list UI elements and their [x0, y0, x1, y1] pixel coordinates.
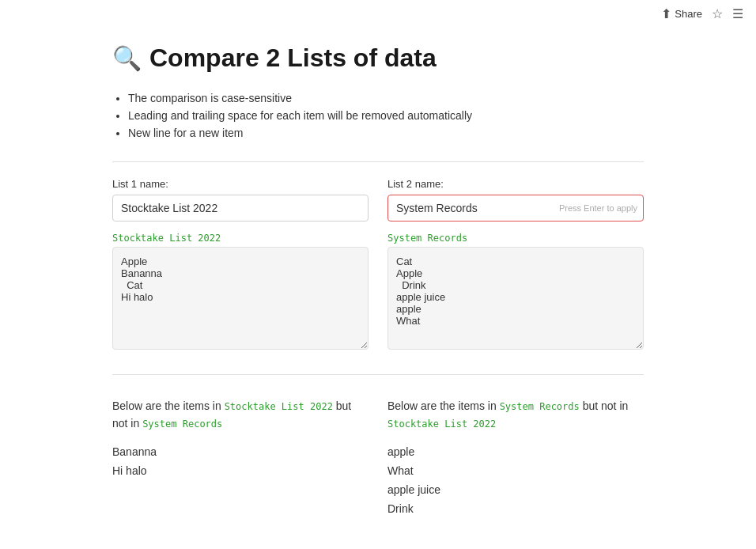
list1-label: List 1 name: [112, 178, 369, 190]
divider-top [112, 161, 644, 162]
share-icon: ⬆ [661, 6, 671, 21]
share-button[interactable]: ⬆ Share [661, 6, 702, 21]
list-textareas-row: Stocktake List 2022 Apple Bananna Cat Hi… [112, 228, 644, 352]
press-enter-hint: Press Enter to apply [559, 203, 637, 213]
page-title: 🔍 Compare 2 Lists of data [112, 44, 644, 73]
list1-col: List 1 name: [112, 178, 369, 221]
result-item: apple juice [387, 480, 644, 499]
top-bar: ⬆ Share ☆ ☰ [0, 0, 756, 28]
results-col2-heading: Below are the items in System Records bu… [387, 397, 644, 433]
share-label: Share [675, 8, 702, 20]
menu-button[interactable]: ☰ [732, 6, 743, 21]
list2-input-wrapper: Press Enter to apply [387, 195, 644, 221]
results-section: Below are the items in Stocktake List 20… [112, 397, 644, 518]
results-col1-heading: Below are the items in Stocktake List 20… [112, 397, 369, 433]
results-col1-not-in: not in [112, 417, 142, 430]
results-col2-tag1: System Records [500, 401, 580, 412]
instruction-item: Leading and trailing space for each item… [128, 109, 644, 122]
search-icon: 🔍 [112, 44, 142, 72]
results-col2-tag2: Stocktake List 2022 [387, 418, 496, 430]
results-col1-but: but [336, 399, 351, 412]
results-col2: Below are the items in System Records bu… [387, 397, 644, 518]
page-container: 🔍 Compare 2 Lists of data The comparison… [93, 28, 663, 549]
menu-icon: ☰ [732, 6, 743, 21]
result-item: Hi halo [112, 461, 369, 480]
list1-name-input[interactable] [112, 195, 369, 221]
result-item: Bananna [112, 442, 369, 461]
result-item: Drink [387, 499, 644, 518]
instruction-item: New line for a new item [128, 127, 644, 139]
list-names-row: List 1 name: List 2 name: Press Enter to… [112, 178, 644, 221]
list1-textarea-col: Stocktake List 2022 Apple Bananna Cat Hi… [112, 228, 369, 352]
results-row: Below are the items in Stocktake List 20… [112, 397, 644, 518]
list2-label: List 2 name: [387, 178, 644, 190]
list1-tag: Stocktake List 2022 [112, 233, 221, 244]
results-col2-prefix: Below are the items in [387, 399, 500, 412]
list1-textarea[interactable]: Apple Bananna Cat Hi halo [112, 247, 369, 350]
results-col1-prefix: Below are the items in [112, 399, 225, 412]
results-col1-tag1: Stocktake List 2022 [225, 401, 333, 412]
result-item: What [387, 461, 644, 480]
list2-tag: System Records [387, 233, 467, 244]
list2-textarea-col: System Records Cat Apple Drink apple jui… [387, 228, 644, 352]
results-col1: Below are the items in Stocktake List 20… [112, 397, 369, 518]
divider-middle [112, 374, 644, 375]
instruction-item: The comparison is case-sensitive [128, 92, 644, 104]
instructions-list: The comparison is case-sensitive Leading… [112, 92, 644, 139]
star-icon: ☆ [712, 6, 723, 21]
result-item: apple [387, 442, 644, 461]
list2-col: List 2 name: Press Enter to apply [387, 178, 644, 221]
star-button[interactable]: ☆ [712, 6, 723, 21]
page-title-text: Compare 2 Lists of data [149, 44, 437, 73]
results-col2-but-not-in: but not in [583, 399, 629, 412]
results-col1-tag2: System Records [142, 418, 222, 430]
list2-textarea[interactable]: Cat Apple Drink apple juice apple What [387, 247, 644, 350]
